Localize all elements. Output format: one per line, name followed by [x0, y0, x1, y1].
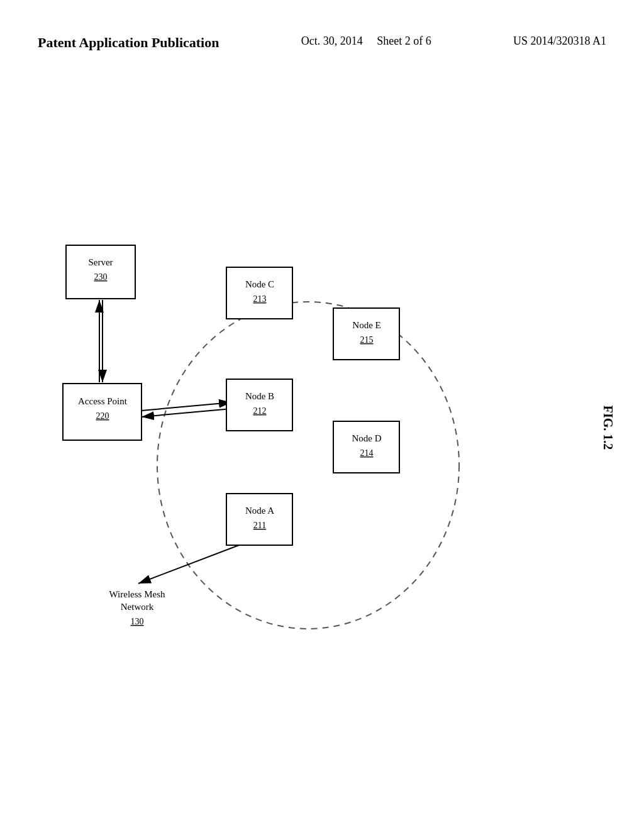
publication-date-sheet: Oct. 30, 2014 Sheet 2 of 6: [301, 35, 431, 48]
node-d-box: [333, 421, 399, 473]
page-header: Patent Application Publication Oct. 30, …: [0, 35, 644, 51]
node-b-number: 212: [253, 406, 267, 416]
nodea-to-network-arrow: [138, 545, 239, 584]
publication-title: Patent Application Publication: [38, 35, 219, 51]
node-a-box: [226, 494, 292, 545]
server-label: Server: [88, 257, 113, 267]
access-point-number: 220: [96, 411, 109, 421]
node-d-number: 214: [360, 448, 374, 458]
node-c-number: 213: [253, 294, 267, 304]
node-c-label: Node C: [245, 279, 274, 289]
node-a-number: 211: [253, 521, 266, 530]
wireless-mesh-ellipse: [157, 302, 459, 629]
network-label-line1: Wireless Mesh: [109, 589, 165, 599]
access-point-label: Access Point: [78, 396, 128, 406]
publication-number: US 2014/320318 A1: [513, 35, 606, 48]
node-e-label: Node E: [352, 320, 380, 330]
node-a-label: Node A: [245, 506, 274, 516]
node-e-box: [333, 308, 399, 360]
publication-sheet: Sheet 2 of 6: [377, 35, 431, 47]
figure-label: FIG. 1.2: [601, 406, 615, 450]
server-number: 230: [94, 272, 108, 282]
publication-date: Oct. 30, 2014: [301, 35, 363, 47]
node-d-label: Node D: [352, 433, 381, 443]
node-c-box: [226, 267, 292, 319]
network-label-line2: Network: [121, 602, 154, 612]
network-number: 130: [131, 617, 144, 626]
node-b-box: [226, 379, 292, 431]
figure-diagram: Server 230 Access Point 220 Node C 213 N…: [0, 94, 644, 786]
node-b-label: Node B: [245, 391, 274, 401]
node-e-number: 215: [360, 335, 374, 345]
